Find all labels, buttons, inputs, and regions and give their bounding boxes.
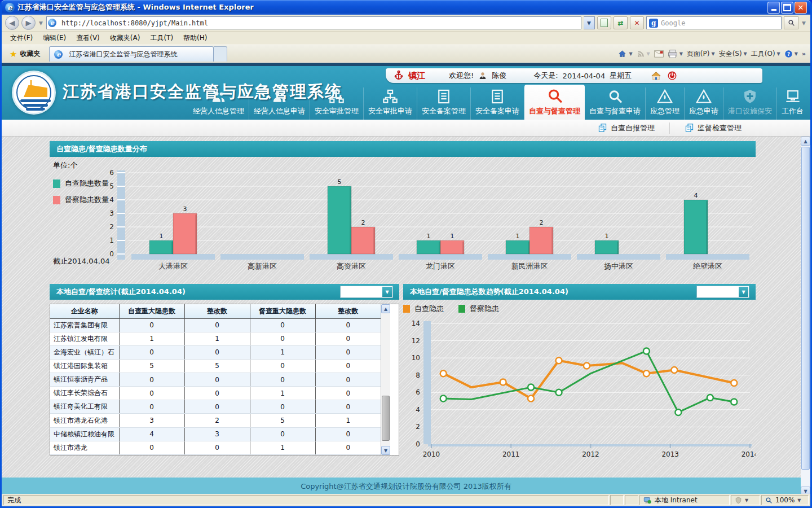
menu-item[interactable]: 帮助(H) [178, 32, 212, 45]
table-cell: 1 [250, 441, 315, 454]
table-cell: 0 [250, 400, 315, 414]
nav-item-应急申请[interactable]: 应急申请 [685, 87, 723, 120]
feeds-button[interactable]: ▼ [637, 50, 650, 58]
page-scrollbar[interactable]: ▲ ▼ [801, 137, 810, 496]
search-button[interactable] [784, 16, 798, 29]
svg-text:14: 14 [412, 319, 420, 327]
city-label: 镇江 [408, 71, 425, 81]
nav-item-label: 安全备案管理 [422, 106, 466, 116]
alert-icon [696, 89, 712, 104]
nav-item-自查与督查申请[interactable]: 自查与督查申请 [585, 87, 646, 120]
nav-item-label: 应急申请 [689, 106, 718, 116]
refresh-button[interactable]: ⇄ [614, 16, 628, 29]
table-cell: 镇江市港龙石化港 [50, 414, 119, 427]
table-cell: 镇江港国际集装箱 [50, 359, 119, 373]
tab-row: ★ 收藏夹 e 江苏省港口安全监管与应急管理系统 ▼ ▼ ▼ 页面(P)▼ 安全… [2, 45, 810, 63]
page-menu[interactable]: 页面(P)▼ [687, 49, 715, 59]
table-cell: 4 [119, 427, 184, 441]
address-dropdown-button[interactable]: ▼ [584, 16, 595, 29]
minimize-button[interactable] [767, 2, 780, 14]
menu-item[interactable]: 查看(V) [71, 32, 105, 45]
compatibility-view-button[interactable] [597, 16, 611, 29]
protected-mode-cell[interactable]: ▼ [731, 495, 760, 505]
zoom-control[interactable]: 100% ▼ [761, 495, 809, 505]
users-icon [211, 89, 227, 104]
help-menu[interactable]: ? ▼ [784, 50, 798, 58]
scroll-down-button[interactable]: ▼ [381, 446, 390, 455]
back-button[interactable]: ◀ [5, 16, 19, 30]
menu-item[interactable]: 工具(T) [145, 32, 178, 45]
security-zone: 本地 Intranet [639, 495, 730, 505]
page-viewport: 江苏省港口安全监管与应急管理系统 镇江 欢迎您! 陈俊 今天是: 2014-04… [2, 63, 810, 496]
svg-text:0: 0 [109, 250, 114, 258]
user-name: 陈俊 [492, 71, 506, 81]
stop-button[interactable]: ✕ [630, 16, 644, 29]
nav-item-安全备案申请[interactable]: 安全备案申请 [471, 87, 524, 120]
close-button[interactable]: ✕ [795, 2, 807, 14]
search-box[interactable]: g Google [646, 16, 782, 29]
new-tab-stub[interactable] [214, 46, 227, 62]
status-bar: 完成 本地 Intranet ▼ 100% ▼ [2, 494, 810, 506]
search-options-chevron-icon[interactable]: ▼ [801, 20, 807, 26]
logout-icon[interactable] [667, 71, 677, 81]
overflow-chevron-icon[interactable]: » [802, 50, 806, 58]
table-header-cell: 整改数 [315, 304, 381, 318]
nav-item-港口设施保安[interactable]: 港口设施保安 [723, 87, 777, 120]
nav-item-经营人信息申请[interactable]: 经营人信息申请 [249, 87, 310, 120]
nav-item-自查与督查管理[interactable]: 自查与督查管理 [524, 85, 585, 120]
address-field[interactable]: e http://localhost:8080/yjpt/Main.html [46, 16, 581, 29]
nav-item-应急管理[interactable]: 应急管理 [646, 87, 685, 120]
history-chevron-icon[interactable]: ▼ [38, 20, 44, 26]
nav-item-安全审批申请[interactable]: 安全审批申请 [364, 87, 417, 120]
site-logo [12, 71, 56, 115]
table-cell: 0 [119, 373, 184, 387]
read-mail-button[interactable] [654, 50, 664, 58]
tools-menu[interactable]: 工具(O)▼ [751, 49, 780, 59]
svg-text:2012: 2012 [582, 450, 599, 458]
nav-item-经营人信息管理[interactable]: 经营人信息管理 [188, 87, 249, 120]
subnav-item-自查自报管理[interactable]: 自查自报管理 [583, 122, 669, 134]
menu-item[interactable]: 文件(F) [5, 32, 38, 45]
trend-panel-title: 本地自查/督查隐患总数趋势(截止2014.04.04) ▼ [403, 284, 756, 300]
favorites-button[interactable]: ★ 收藏夹 [4, 47, 46, 62]
nav-item-安全备案管理[interactable]: 安全备案管理 [417, 87, 471, 120]
nav-item-工作台[interactable]: 工作台 [777, 87, 808, 120]
browser-tab[interactable]: e 江苏省港口安全监管与应急管理系统 [49, 46, 214, 62]
legend-label: 督察隐患 [470, 304, 499, 314]
menu-item[interactable]: 编辑(E) [38, 32, 71, 45]
menu-item[interactable]: 收藏夹(A) [105, 32, 145, 45]
page-scroll-thumb[interactable] [801, 147, 810, 470]
sub-nav: 自查自报管理监督检查管理 [2, 120, 810, 137]
subnav-item-监督检查管理[interactable]: 监督检查管理 [669, 122, 756, 134]
table-cell: 0 [315, 373, 381, 387]
copyright-text: Copyright@江苏省交通规划设计院股份有限公司 2013版权所有 [301, 481, 511, 492]
search-icon [607, 89, 623, 104]
print-button[interactable]: ▼ [668, 50, 683, 58]
tab-favicon: e [54, 50, 63, 59]
org-icon [382, 89, 398, 104]
maximize-button[interactable] [781, 2, 793, 14]
safety-menu[interactable]: 安全(S)▼ [719, 49, 747, 59]
trend-filter-combobox[interactable]: ▼ [697, 286, 749, 297]
url-text: http://localhost:8080/yjpt/Main.html [61, 19, 208, 27]
nav-item-安全审批管理[interactable]: 安全审批管理 [310, 87, 364, 120]
table-cell: 0 [315, 441, 381, 454]
bar-panel-title: 自查隐患/督查隐患数量分布 [50, 141, 756, 157]
alert-icon [657, 89, 673, 104]
subnav-item-label: 自查自报管理 [611, 123, 655, 133]
table-cell: 1 [119, 332, 184, 345]
scroll-up-button[interactable]: ▲ [381, 304, 390, 313]
home-button[interactable]: ▼ [617, 50, 632, 58]
page-scroll-up-button[interactable]: ▲ [801, 137, 810, 146]
svg-text:0: 0 [416, 440, 420, 448]
svg-text:6: 6 [109, 169, 114, 177]
table-filter-combobox[interactable]: ▼ [341, 286, 392, 297]
table-header-cell: 企业名称 [50, 304, 119, 318]
table-row: 镇江市港龙石化港3251 [50, 414, 381, 427]
home-shortcut-icon[interactable] [651, 71, 661, 81]
scroll-thumb[interactable] [382, 396, 390, 441]
table-scrollbar[interactable]: ▲ ▼ [381, 304, 390, 455]
forward-button[interactable]: ▶ [21, 16, 36, 30]
bar-chart-panel: 自查隐患/督查隐患数量分布 单位:个 自查隐患数量督察隐患数量 截止2014.0… [50, 141, 756, 275]
table-cell: 0 [184, 387, 250, 400]
